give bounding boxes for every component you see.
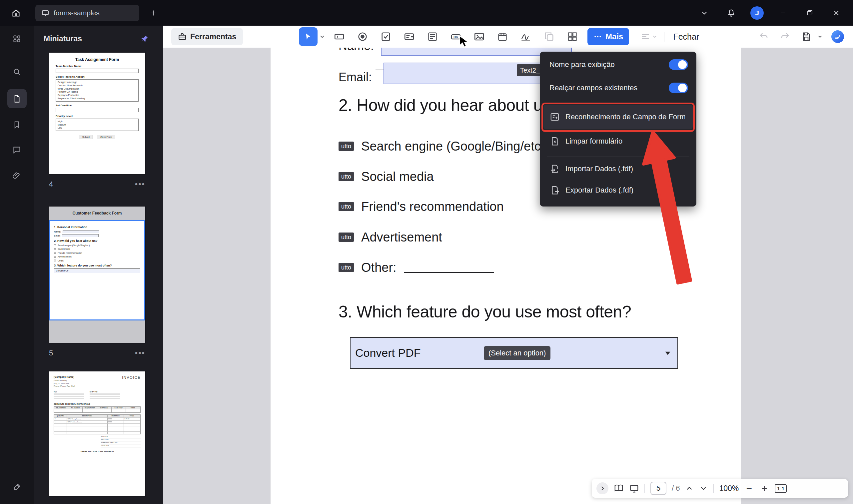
next-page-button[interactable] xyxy=(699,484,708,493)
radio-button-tool[interactable] xyxy=(353,27,372,46)
dropdown-chevron-icon[interactable] xyxy=(663,349,672,357)
zoom-out-button[interactable]: − xyxy=(744,483,754,493)
menu-item-display-name[interactable]: Nome para exibição xyxy=(540,55,696,74)
close-icon xyxy=(832,9,840,17)
notifications-button[interactable] xyxy=(724,6,739,20)
restore-window-button[interactable] xyxy=(802,6,817,20)
save-button[interactable] xyxy=(799,29,814,44)
thumb4-input xyxy=(56,108,139,112)
arrange-fields-tool[interactable] xyxy=(563,27,582,46)
avatar[interactable]: J xyxy=(750,6,764,20)
alignment-dropdown[interactable] xyxy=(640,32,658,42)
option-row[interactable]: utto Friend's recommendation xyxy=(339,199,504,215)
divider xyxy=(713,484,714,493)
new-tab-button[interactable] xyxy=(146,6,161,20)
option-row[interactable]: utto Other: xyxy=(339,259,494,275)
thumb6-invoice-title: INVOICE xyxy=(122,375,141,388)
minimize-button[interactable] xyxy=(776,6,790,20)
menu-item-label: Reconhecimento de Campo de Formulár xyxy=(566,113,685,121)
expand-statusbar-button[interactable] xyxy=(597,482,608,494)
ai-assistant-button[interactable] xyxy=(831,30,844,43)
thumb5-section: 1. Personal Information xyxy=(54,226,140,229)
field-name-tag: utto xyxy=(339,142,354,151)
option-row[interactable]: utto Social media xyxy=(339,168,434,184)
presentation-mode-button[interactable] xyxy=(629,483,639,493)
thumb4-task-list: Design HomepageConduct User ResearchWrit… xyxy=(56,79,139,102)
apps-grid-icon xyxy=(12,34,21,43)
redo-icon xyxy=(780,32,790,42)
image-icon xyxy=(474,31,485,42)
save-options-dropdown[interactable] xyxy=(816,29,824,44)
question-3-heading: 3. Which feature do you use most often? xyxy=(339,302,631,322)
thumbnail-page-4[interactable]: Task Assignment Form Team Member Name: S… xyxy=(49,53,145,174)
sidebar-item-thumbnails[interactable] xyxy=(7,89,26,108)
document-icon xyxy=(12,94,21,103)
collapse-toolbar-button[interactable] xyxy=(697,6,712,20)
thumbnail-page-5-selected[interactable]: Customer Feedback Form 1. Personal Infor… xyxy=(49,206,145,343)
thumb4-menu-button[interactable]: ••• xyxy=(135,182,145,186)
previous-page-button[interactable] xyxy=(685,484,694,493)
fechar-button[interactable]: Fechar xyxy=(670,32,702,42)
option-row[interactable]: utto Search engine (Google/Bing/etc.) xyxy=(339,138,548,154)
thumb6-thanks: THANK YOU FOR YOUR BUSINESS xyxy=(54,450,141,452)
date-field-tool[interactable] xyxy=(493,27,512,46)
view-statusbar: / 6 100% − + 1:1 xyxy=(592,479,848,498)
document-canvas: Name: Email: Text2_ 2. How did you hear … xyxy=(163,48,853,504)
select-tool-button-active[interactable] xyxy=(299,27,318,46)
sidebar-item-search[interactable] xyxy=(7,62,26,81)
thumb4-title: Task Assignment Form xyxy=(56,57,139,62)
highlight-fields-toggle-on[interactable] xyxy=(669,83,688,93)
document-tab[interactable]: forms-samples xyxy=(35,5,139,21)
list-box-tool[interactable] xyxy=(423,27,442,46)
radio-icon xyxy=(357,31,368,42)
signature-field-tool[interactable] xyxy=(516,27,535,46)
checkbox-tool[interactable] xyxy=(376,27,395,46)
image-field-tool[interactable] xyxy=(469,27,489,46)
pin-panel-button[interactable] xyxy=(139,33,150,45)
chevron-down-icon xyxy=(319,33,325,40)
option-row[interactable]: utto Advertisement xyxy=(339,229,442,245)
mouse-cursor xyxy=(459,35,470,48)
restore-icon xyxy=(806,9,814,17)
home-button[interactable] xyxy=(7,4,25,22)
page-number: 4 xyxy=(49,180,53,188)
reading-mode-button[interactable] xyxy=(614,483,624,493)
close-window-button[interactable] xyxy=(829,6,844,20)
actual-size-button[interactable]: 1:1 xyxy=(775,484,787,493)
divider xyxy=(664,32,664,42)
ferramentas-label: Ferramentas xyxy=(190,32,236,41)
mais-button[interactable]: Mais xyxy=(587,28,629,45)
undo-button[interactable] xyxy=(757,29,771,44)
feature-dropdown-field[interactable]: Convert PDF (Select an option) xyxy=(350,337,678,369)
thumbnail-page-6[interactable]: [Company Name] [Street Address][City, ST… xyxy=(49,372,145,496)
sidebar-item-comments[interactable] xyxy=(7,140,26,159)
thumb4-priority-list: HighMediumLow xyxy=(56,119,139,131)
chevron-right-icon xyxy=(600,485,605,491)
annotation-arrow xyxy=(633,127,700,287)
comment-icon xyxy=(12,145,21,154)
menu-item-highlight-fields[interactable]: Realçar campos existentes xyxy=(540,78,696,97)
thumb4-submit-button: Submit xyxy=(79,135,93,139)
zoom-in-button[interactable]: + xyxy=(759,483,769,493)
cursor-icon xyxy=(304,32,313,41)
titlebar: forms-samples J xyxy=(0,0,853,26)
sidebar-item-bookmarks[interactable] xyxy=(7,115,26,134)
panel-title: Miniaturas xyxy=(43,34,82,43)
menu-item-form-field-recognition[interactable]: Reconhecimento de Campo de Formulár xyxy=(544,105,693,129)
ferramentas-button[interactable]: Ferramentas xyxy=(171,28,243,45)
thumb5-title: Customer Feedback Form xyxy=(49,206,145,220)
sidebar-item-attachments[interactable] xyxy=(7,166,26,185)
display-name-toggle-on[interactable] xyxy=(669,59,688,70)
chevron-up-icon xyxy=(685,484,694,493)
redo-button[interactable] xyxy=(778,29,792,44)
page-number-input[interactable] xyxy=(651,482,667,495)
text-field-tool[interactable] xyxy=(330,27,349,46)
monitor-icon xyxy=(41,9,49,17)
select-tool-dropdown[interactable] xyxy=(319,33,325,40)
thumb5-menu-button[interactable]: ••• xyxy=(135,352,145,355)
sidebar-item-apps[interactable] xyxy=(7,29,26,48)
combo-box-tool[interactable] xyxy=(399,27,419,46)
sidebar-item-signature[interactable] xyxy=(7,478,26,497)
home-icon xyxy=(11,8,21,18)
duplicate-field-tool[interactable] xyxy=(539,27,559,46)
